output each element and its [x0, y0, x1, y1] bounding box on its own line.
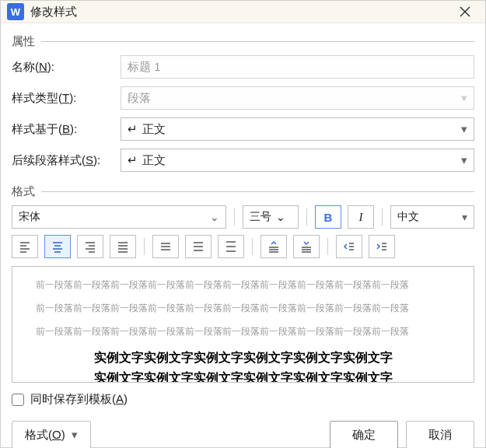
close-button[interactable]: [451, 1, 479, 23]
align-right-button[interactable]: [77, 235, 103, 258]
section-format: 格式: [12, 184, 474, 199]
section-attributes-label: 属性: [12, 34, 35, 49]
align-left-button[interactable]: [12, 235, 38, 258]
line-spacing-tight-button[interactable]: [152, 235, 179, 258]
format-menu-button[interactable]: 格式(O) ▾: [12, 421, 91, 448]
modify-style-dialog: W 修改样式 属性 名称(N): 标题 1 样式类型(T):: [0, 0, 486, 448]
increase-indent-button[interactable]: [369, 235, 395, 258]
cancel-button[interactable]: 取消: [406, 421, 474, 448]
font-size-combo[interactable]: 三号 ⌄: [243, 205, 299, 229]
align-center-button[interactable]: [44, 235, 71, 258]
label-name: 名称(N):: [12, 60, 121, 75]
preview-context-line1: 前一段落前一段落前一段落前一段落前一段落前一段落前一段落前一段落前一段落前一段落: [36, 278, 450, 292]
preview-context-line2: 前一段落前一段落前一段落前一段落前一段落前一段落前一段落前一段落前一段落前一段落: [36, 301, 450, 315]
based-on-value: 正文: [142, 122, 166, 137]
align-center-icon: [51, 240, 64, 253]
align-justify-button[interactable]: [110, 235, 136, 258]
save-to-template-label: 同时保存到模板(A): [30, 392, 128, 407]
chevron-down-icon: ▾: [461, 91, 467, 105]
label-following: 后续段落样式(S):: [12, 153, 121, 168]
preview-sample-line1: 实例文字实例文字实例文字实例文字实例文字实例文字: [36, 348, 450, 368]
titlebar: W 修改样式: [1, 1, 485, 23]
paragraph-mark-icon: ↵: [128, 122, 138, 136]
dialog-title: 修改样式: [30, 5, 451, 19]
ok-button[interactable]: 确定: [330, 421, 398, 448]
decrease-indent-button[interactable]: [336, 235, 362, 258]
following-value: 正文: [142, 153, 166, 168]
based-on-select[interactable]: ↵ 正文 ▾: [121, 117, 474, 141]
save-to-template-checkbox[interactable]: [12, 394, 24, 406]
increase-indent-icon: [376, 240, 388, 253]
section-attributes: 属性: [12, 34, 474, 49]
name-input[interactable]: 标题 1: [121, 55, 474, 79]
preview-sample-line2: 实例文字实例文字实例文字实例文字实例文字实例文字: [36, 368, 450, 383]
align-justify-icon: [117, 240, 129, 253]
app-icon: W: [7, 3, 24, 20]
chevron-down-icon: ⌄: [276, 211, 285, 223]
line-spacing-normal-button[interactable]: [185, 235, 212, 258]
language-value: 中文: [397, 210, 419, 224]
decrease-space-before-button[interactable]: [293, 235, 320, 258]
line-spacing-loose-icon: [225, 240, 237, 253]
align-right-icon: [84, 240, 96, 253]
decrease-space-before-icon: [300, 240, 313, 253]
preview-context-line3: 前一段落前一段落前一段落前一段落前一段落前一段落前一段落前一段落前一段落前一段落: [36, 324, 450, 338]
chevron-down-icon: ▾: [461, 122, 467, 136]
format-toolbar-row1: 宋体 ⌄ 三号 ⌄ B I 中文 ▾: [12, 205, 474, 229]
line-spacing-loose-button[interactable]: [218, 235, 244, 258]
chevron-down-icon: ▾: [72, 428, 78, 442]
language-combo[interactable]: 中文 ▾: [390, 205, 474, 229]
line-spacing-tight-icon: [159, 240, 172, 253]
name-value: 标题 1: [128, 60, 161, 75]
align-left-icon: [19, 240, 31, 253]
font-name-combo[interactable]: 宋体 ⌄: [12, 205, 226, 229]
style-type-select: 段落 ▾: [121, 86, 474, 110]
decrease-indent-icon: [343, 240, 355, 253]
paragraph-mark-icon: ↵: [128, 153, 138, 167]
bold-button[interactable]: B: [315, 205, 341, 229]
label-style-type: 样式类型(T):: [12, 91, 121, 106]
preview-box: 前一段落前一段落前一段落前一段落前一段落前一段落前一段落前一段落前一段落前一段落…: [12, 266, 474, 383]
chevron-down-icon: ▾: [461, 153, 467, 167]
chevron-down-icon: ▾: [462, 211, 467, 223]
following-style-select[interactable]: ↵ 正文 ▾: [121, 149, 474, 172]
close-icon: [460, 6, 470, 17]
section-format-label: 格式: [12, 184, 35, 199]
save-to-template-row: 同时保存到模板(A): [12, 392, 474, 407]
format-toolbar-row2: [12, 235, 474, 258]
label-based-on: 样式基于(B):: [12, 122, 121, 137]
font-name-value: 宋体: [19, 210, 40, 224]
bottom-button-bar: 格式(O) ▾ 确定 取消: [1, 413, 485, 448]
increase-space-before-button[interactable]: [260, 235, 287, 258]
increase-space-before-icon: [267, 240, 280, 253]
italic-button[interactable]: I: [348, 205, 374, 229]
style-type-value: 段落: [128, 91, 151, 106]
font-size-value: 三号: [250, 210, 271, 224]
line-spacing-normal-icon: [192, 240, 205, 253]
chevron-down-icon: ⌄: [210, 211, 219, 223]
